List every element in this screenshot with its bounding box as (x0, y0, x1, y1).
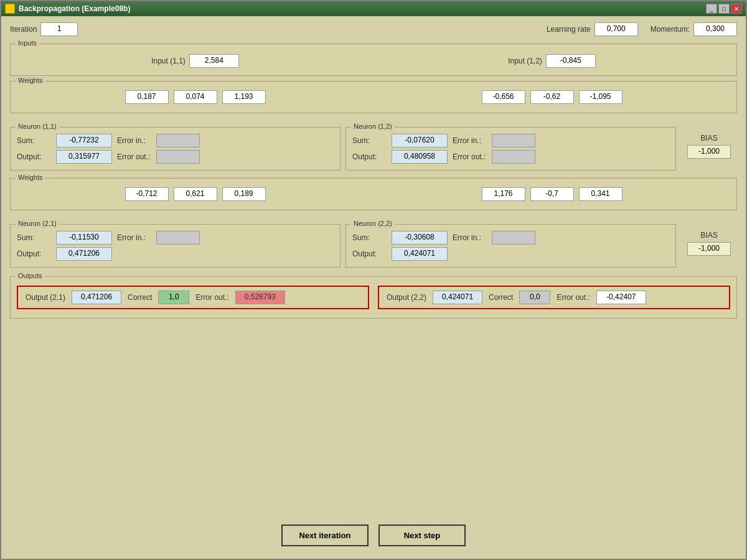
output2-error-out-value[interactable]: -0,42407 (596, 291, 646, 304)
output1-correct-value[interactable]: 1,0 (158, 291, 189, 304)
neuron11-sum-label: Sum: (17, 136, 51, 145)
title-bar: ⚡ Backpropagation (Example08b) _ □ ✕ (1, 1, 746, 16)
weight2-1[interactable]: -0,712 (125, 187, 169, 201)
neuron12-sum-value[interactable]: -0,07620 (392, 134, 448, 147)
layer2-neurons-row: Neuron (2,1) Sum: -0,11530 Error in.: Ou… (10, 219, 737, 268)
bias2-area: BIAS -1,000 (681, 231, 737, 256)
neuron22-output-label: Output: (352, 250, 387, 258)
weight1-5[interactable]: -0,62 (530, 90, 574, 104)
weight1-2[interactable]: 0,074 (174, 90, 217, 104)
neuron12-box: Neuron (1,2) Sum: -0,07620 Error in.: Ou… (345, 127, 676, 170)
output1-error-out-value[interactable]: 0,528793 (235, 291, 285, 304)
neuron22-error-in-value[interactable] (492, 231, 535, 245)
bias1-value[interactable]: -1,000 (687, 145, 731, 159)
momentum-group: Momentum: 0,300 (651, 22, 737, 36)
neuron12-sum-row: Sum: -0,07620 Error in.: (352, 134, 669, 147)
weight2-2[interactable]: 0,621 (174, 187, 217, 201)
input2-value[interactable]: -0,845 (546, 54, 596, 68)
output1-value[interactable]: 0,471206 (72, 291, 121, 304)
app-icon: ⚡ (5, 4, 15, 14)
neuron12-output-label: Output: (352, 152, 387, 161)
neuron22-title: Neuron (2,2) (351, 220, 395, 227)
output1-error-out-label: Error out.: (195, 293, 228, 302)
neuron21-box: Neuron (2,1) Sum: -0,11530 Error in.: Ou… (10, 224, 341, 268)
neuron22-output-value[interactable]: 0,424071 (392, 247, 448, 261)
neuron11-output-row: Output: 0,315977 Error out.: (17, 150, 334, 164)
output1-label: Output (2,1) (26, 293, 65, 302)
weight1-1[interactable]: 0,187 (125, 90, 169, 104)
neuron21-sum-value[interactable]: -0,11530 (56, 231, 112, 245)
iteration-group: Iteration 1 (10, 22, 78, 36)
inputs-title: Inputs (16, 39, 39, 47)
weight2-3[interactable]: 0,189 (222, 187, 266, 201)
outputs-section: Outputs Output (2,1) 0,471206 Correct 1,… (10, 276, 737, 319)
buttons-row: Next iteration Next step (10, 518, 737, 553)
neuron12-output-value[interactable]: 0,480958 (392, 150, 448, 164)
neuron21-error-in-label: Error in.: (117, 233, 151, 242)
window-title: Backpropagation (Example08b) (19, 4, 130, 13)
close-button[interactable]: ✕ (731, 4, 742, 14)
output2-error-out-label: Error out.: (557, 293, 590, 302)
bias1-area: BIAS -1,000 (681, 134, 737, 159)
neuron12-error-in-label: Error in.: (453, 136, 487, 145)
neuron22-box: Neuron (2,2) Sum: -0,30608 Error in.: Ou… (345, 224, 676, 268)
output2-label: Output (2,2) (387, 293, 426, 302)
weight2-4[interactable]: 1,176 (482, 187, 525, 201)
neuron11-sum-row: Sum: -0,77232 Error in.: (17, 134, 334, 147)
weight1-4[interactable]: -0,656 (482, 90, 525, 104)
neuron12-error-out-value[interactable] (492, 150, 535, 164)
top-row: Iteration 1 Learning rate 0,700 Momentum… (10, 22, 737, 36)
iteration-value[interactable]: 1 (40, 22, 78, 36)
output2-correct-label: Correct (489, 293, 513, 302)
neuron11-error-in-value[interactable] (156, 134, 200, 147)
maximize-button[interactable]: □ (718, 4, 730, 14)
weight1-3[interactable]: 1,193 (222, 90, 266, 104)
weights2-section: Weights -0,712 0,621 0,189 1,176 -0,7 0,… (10, 178, 737, 210)
neuron11-error-out-label: Error out.: (117, 152, 151, 161)
input2-group: Input (1,2) -0,845 (508, 54, 596, 68)
neuron11-output-label: Output: (17, 152, 51, 161)
neuron11-error-in-label: Error in.: (117, 136, 151, 145)
main-window: ⚡ Backpropagation (Example08b) _ □ ✕ Ite… (0, 0, 747, 560)
weight2-5[interactable]: -0,7 (530, 187, 574, 201)
inputs-section: Inputs Input (1,1) 2,584 Input (1,2) -0,… (10, 44, 737, 76)
iteration-label: Iteration (10, 25, 37, 34)
neuron11-sum-value[interactable]: -0,77232 (56, 134, 112, 147)
neuron12-error-out-label: Error out.: (453, 152, 487, 161)
bias1-label: BIAS (700, 134, 717, 142)
neuron12-output-row: Output: 0,480958 Error out.: (352, 150, 669, 164)
output2-value[interactable]: 0,424071 (433, 291, 482, 304)
input1-group: Input (1,1) 2,584 (151, 54, 239, 68)
neuron11-box: Neuron (1,1) Sum: -0,77232 Error in.: Ou… (10, 127, 341, 170)
neuron21-title: Neuron (2,1) (16, 220, 59, 227)
neuron12-sum-label: Sum: (352, 136, 387, 145)
bias2-value[interactable]: -1,000 (687, 242, 731, 256)
neuron21-output-value[interactable]: 0,471206 (56, 247, 112, 261)
input1-value[interactable]: 2,584 (189, 54, 239, 68)
bias2-label: BIAS (700, 231, 717, 240)
layer1-neurons-row: Neuron (1,1) Sum: -0,77232 Error in.: Ou… (10, 122, 737, 170)
weights1-title: Weights (16, 77, 45, 84)
neuron21-output-row: Output: 0,471206 (17, 247, 334, 261)
output2-correct-value[interactable]: 0,0 (519, 291, 550, 304)
window-controls: _ □ ✕ (706, 4, 742, 14)
next-step-button[interactable]: Next step (378, 525, 466, 546)
learning-rate-label: Learning rate (547, 25, 591, 34)
main-content: Iteration 1 Learning rate 0,700 Momentum… (1, 16, 746, 559)
neuron11-error-out-value[interactable] (156, 150, 200, 164)
neuron22-sum-row: Sum: -0,30608 Error in.: (352, 231, 669, 245)
outputs-title: Outputs (16, 272, 45, 279)
neuron22-sum-value[interactable]: -0,30608 (392, 231, 448, 245)
momentum-value[interactable]: 0,300 (693, 22, 737, 36)
learning-rate-value[interactable]: 0,700 (594, 22, 638, 36)
weight2-6[interactable]: 0,341 (579, 187, 622, 201)
neuron12-title: Neuron (1,2) (351, 123, 395, 130)
next-iteration-button[interactable]: Next iteration (281, 525, 369, 546)
neuron21-error-in-value[interactable] (156, 231, 200, 245)
neuron11-title: Neuron (1,1) (16, 123, 59, 130)
minimize-button[interactable]: _ (706, 4, 717, 14)
weight1-6[interactable]: -1,095 (579, 90, 622, 104)
neuron21-output-label: Output: (17, 250, 51, 258)
neuron12-error-in-value[interactable] (492, 134, 535, 147)
neuron11-output-value[interactable]: 0,315977 (56, 150, 112, 164)
